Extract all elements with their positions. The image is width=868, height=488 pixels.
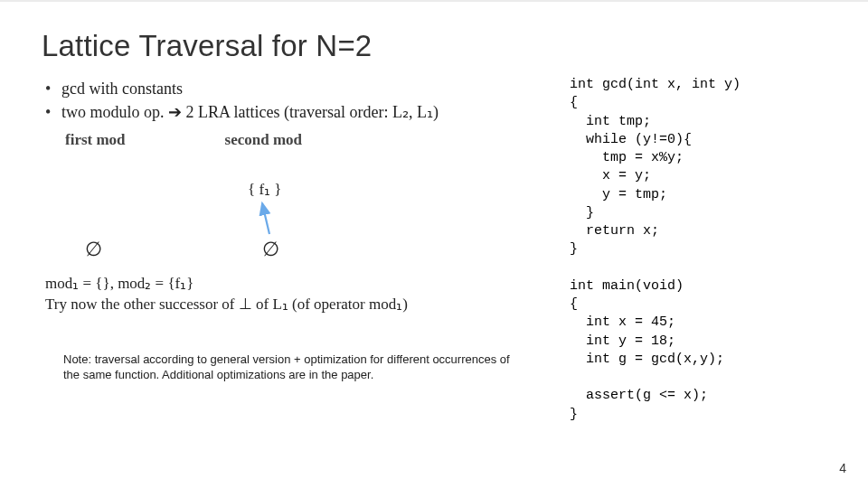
second-mod-label: second mod xyxy=(225,131,302,149)
first-mod-label: first mod xyxy=(65,131,126,149)
arrow-icon xyxy=(42,153,557,270)
footnote: Note: traversal according to general ver… xyxy=(63,352,515,383)
slide-title: Lattice Traversal for N=2 xyxy=(42,29,826,63)
bullet-item: gcd with constants xyxy=(42,78,557,99)
bullet-text: two modulo op. ➔ 2 LRA lattices (travers… xyxy=(61,103,439,121)
content-columns: gcd with constants two modulo op. ➔ 2 LR… xyxy=(42,76,826,424)
left-column: gcd with constants two modulo op. ➔ 2 LR… xyxy=(42,76,557,424)
code-block: int gcd(int x, int y) { int tmp; while (… xyxy=(570,76,826,424)
state-line-1: mod₁ = {}, mod₂ = {f₁} xyxy=(45,274,557,295)
state-line-2: Try now the other successor of ⊥ of L₁ (… xyxy=(45,295,557,315)
traversal-state-text: mod₁ = {}, mod₂ = {f₁} Try now the other… xyxy=(45,274,557,315)
svg-line-0 xyxy=(262,203,269,234)
bullet-text: gcd with constants xyxy=(61,80,183,98)
bullet-item: two modulo op. ➔ 2 LRA lattices (travers… xyxy=(42,101,557,123)
bullet-list: gcd with constants two modulo op. ➔ 2 LR… xyxy=(42,78,557,124)
slide: Lattice Traversal for N=2 gcd with const… xyxy=(0,0,868,488)
mod-labels-row: first mod second mod xyxy=(65,131,557,149)
page-number: 4 xyxy=(839,461,846,475)
top-accent-bar xyxy=(0,0,868,2)
lattice-diagram: { f₁ } ∅ ∅ xyxy=(42,153,557,270)
